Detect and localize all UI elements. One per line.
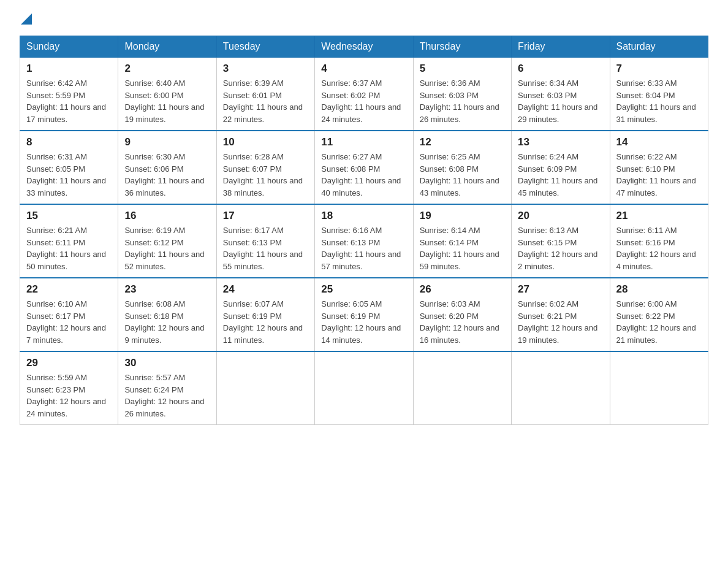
day-info: Sunrise: 6:11 AM Sunset: 6:16 PM Dayligh… <box>616 224 702 272</box>
day-info: Sunrise: 6:13 AM Sunset: 6:15 PM Dayligh… <box>518 224 603 272</box>
day-number: 28 <box>616 283 702 296</box>
day-info: Sunrise: 6:08 AM Sunset: 6:18 PM Dayligh… <box>124 298 210 346</box>
day-info: Sunrise: 6:25 AM Sunset: 6:08 PM Dayligh… <box>420 151 505 199</box>
day-number: 12 <box>420 136 505 148</box>
day-info: Sunrise: 6:05 AM Sunset: 6:19 PM Dayligh… <box>321 298 406 346</box>
logo-triangle-icon <box>21 13 32 25</box>
day-info: Sunrise: 6:07 AM Sunset: 6:19 PM Dayligh… <box>223 298 308 346</box>
day-info: Sunrise: 6:02 AM Sunset: 6:21 PM Dayligh… <box>518 298 603 346</box>
day-cell: 16 Sunrise: 6:19 AM Sunset: 6:12 PM Dayl… <box>118 204 216 278</box>
day-info: Sunrise: 6:27 AM Sunset: 6:08 PM Dayligh… <box>321 151 406 199</box>
week-row-3: 15 Sunrise: 6:21 AM Sunset: 6:11 PM Dayl… <box>20 204 708 278</box>
day-number: 30 <box>124 357 210 369</box>
day-number: 14 <box>616 136 702 148</box>
week-row-5: 29 Sunrise: 5:59 AM Sunset: 6:23 PM Dayl… <box>20 351 708 425</box>
day-cell: 9 Sunrise: 6:30 AM Sunset: 6:06 PM Dayli… <box>118 131 216 204</box>
week-row-4: 22 Sunrise: 6:10 AM Sunset: 6:17 PM Dayl… <box>20 278 708 351</box>
day-number: 1 <box>26 63 112 75</box>
svg-marker-0 <box>21 13 32 25</box>
day-info: Sunrise: 6:30 AM Sunset: 6:06 PM Dayligh… <box>124 151 210 199</box>
header-monday: Monday <box>118 36 216 58</box>
day-info: Sunrise: 6:00 AM Sunset: 6:22 PM Dayligh… <box>616 298 702 346</box>
day-cell: 1 Sunrise: 6:42 AM Sunset: 5:59 PM Dayli… <box>20 58 118 131</box>
header-wednesday: Wednesday <box>315 36 413 58</box>
calendar-table: SundayMondayTuesdayWednesdayThursdayFrid… <box>20 36 708 425</box>
day-cell <box>512 351 610 425</box>
day-info: Sunrise: 6:34 AM Sunset: 6:03 PM Dayligh… <box>518 77 603 125</box>
day-info: Sunrise: 6:40 AM Sunset: 6:00 PM Dayligh… <box>124 77 210 125</box>
day-cell: 21 Sunrise: 6:11 AM Sunset: 6:16 PM Dayl… <box>610 204 708 278</box>
day-cell: 23 Sunrise: 6:08 AM Sunset: 6:18 PM Dayl… <box>118 278 216 351</box>
day-number: 6 <box>518 63 603 75</box>
day-cell: 11 Sunrise: 6:27 AM Sunset: 6:08 PM Dayl… <box>315 131 413 204</box>
day-number: 18 <box>321 210 406 222</box>
day-cell: 24 Sunrise: 6:07 AM Sunset: 6:19 PM Dayl… <box>216 278 314 351</box>
day-number: 15 <box>26 210 112 222</box>
day-info: Sunrise: 6:28 AM Sunset: 6:07 PM Dayligh… <box>223 151 308 199</box>
week-row-1: 1 Sunrise: 6:42 AM Sunset: 5:59 PM Dayli… <box>20 58 708 131</box>
day-info: Sunrise: 6:21 AM Sunset: 6:11 PM Dayligh… <box>26 224 112 272</box>
day-info: Sunrise: 6:36 AM Sunset: 6:03 PM Dayligh… <box>420 77 505 125</box>
day-number: 3 <box>223 63 308 75</box>
day-number: 8 <box>26 136 112 148</box>
day-info: Sunrise: 6:39 AM Sunset: 6:01 PM Dayligh… <box>223 77 308 125</box>
day-info: Sunrise: 6:33 AM Sunset: 6:04 PM Dayligh… <box>616 77 702 125</box>
day-cell: 19 Sunrise: 6:14 AM Sunset: 6:14 PM Dayl… <box>413 204 511 278</box>
day-number: 20 <box>518 210 603 222</box>
header-sunday: Sunday <box>20 36 118 58</box>
day-cell: 27 Sunrise: 6:02 AM Sunset: 6:21 PM Dayl… <box>512 278 610 351</box>
day-info: Sunrise: 6:10 AM Sunset: 6:17 PM Dayligh… <box>26 298 112 346</box>
day-cell: 12 Sunrise: 6:25 AM Sunset: 6:08 PM Dayl… <box>413 131 511 204</box>
day-number: 27 <box>518 283 603 296</box>
day-cell: 30 Sunrise: 5:57 AM Sunset: 6:24 PM Dayl… <box>118 351 216 425</box>
header-row: SundayMondayTuesdayWednesdayThursdayFrid… <box>20 36 708 58</box>
day-cell: 4 Sunrise: 6:37 AM Sunset: 6:02 PM Dayli… <box>315 58 413 131</box>
day-info: Sunrise: 6:24 AM Sunset: 6:09 PM Dayligh… <box>518 151 603 199</box>
day-number: 17 <box>223 210 308 222</box>
day-number: 16 <box>124 210 210 222</box>
header-tuesday: Tuesday <box>216 36 314 58</box>
day-number: 29 <box>26 357 112 369</box>
day-cell: 29 Sunrise: 5:59 AM Sunset: 6:23 PM Dayl… <box>20 351 118 425</box>
day-info: Sunrise: 6:16 AM Sunset: 6:13 PM Dayligh… <box>321 224 406 272</box>
day-cell: 6 Sunrise: 6:34 AM Sunset: 6:03 PM Dayli… <box>512 58 610 131</box>
day-number: 13 <box>518 136 603 148</box>
day-number: 9 <box>124 136 210 148</box>
day-info: Sunrise: 6:03 AM Sunset: 6:20 PM Dayligh… <box>420 298 505 346</box>
day-number: 19 <box>420 210 505 222</box>
header-thursday: Thursday <box>413 36 511 58</box>
day-number: 5 <box>420 63 505 75</box>
logo <box>20 15 32 25</box>
day-number: 24 <box>223 283 308 296</box>
day-cell: 8 Sunrise: 6:31 AM Sunset: 6:05 PM Dayli… <box>20 131 118 204</box>
header-saturday: Saturday <box>610 36 708 58</box>
day-info: Sunrise: 6:42 AM Sunset: 5:59 PM Dayligh… <box>26 77 112 125</box>
day-info: Sunrise: 6:14 AM Sunset: 6:14 PM Dayligh… <box>420 224 505 272</box>
day-cell: 18 Sunrise: 6:16 AM Sunset: 6:13 PM Dayl… <box>315 204 413 278</box>
day-cell: 25 Sunrise: 6:05 AM Sunset: 6:19 PM Dayl… <box>315 278 413 351</box>
day-cell: 17 Sunrise: 6:17 AM Sunset: 6:13 PM Dayl… <box>216 204 314 278</box>
day-cell: 3 Sunrise: 6:39 AM Sunset: 6:01 PM Dayli… <box>216 58 314 131</box>
day-number: 11 <box>321 136 406 148</box>
day-cell: 22 Sunrise: 6:10 AM Sunset: 6:17 PM Dayl… <box>20 278 118 351</box>
day-cell: 20 Sunrise: 6:13 AM Sunset: 6:15 PM Dayl… <box>512 204 610 278</box>
day-cell: 10 Sunrise: 6:28 AM Sunset: 6:07 PM Dayl… <box>216 131 314 204</box>
day-cell: 28 Sunrise: 6:00 AM Sunset: 6:22 PM Dayl… <box>610 278 708 351</box>
day-cell: 13 Sunrise: 6:24 AM Sunset: 6:09 PM Dayl… <box>512 131 610 204</box>
day-info: Sunrise: 6:37 AM Sunset: 6:02 PM Dayligh… <box>321 77 406 125</box>
day-number: 23 <box>124 283 210 296</box>
day-cell: 5 Sunrise: 6:36 AM Sunset: 6:03 PM Dayli… <box>413 58 511 131</box>
day-cell: 14 Sunrise: 6:22 AM Sunset: 6:10 PM Dayl… <box>610 131 708 204</box>
header-friday: Friday <box>512 36 610 58</box>
day-info: Sunrise: 5:57 AM Sunset: 6:24 PM Dayligh… <box>124 372 210 419</box>
day-cell <box>315 351 413 425</box>
day-number: 7 <box>616 63 702 75</box>
day-number: 10 <box>223 136 308 148</box>
day-cell: 26 Sunrise: 6:03 AM Sunset: 6:20 PM Dayl… <box>413 278 511 351</box>
day-number: 2 <box>124 63 210 75</box>
day-cell: 15 Sunrise: 6:21 AM Sunset: 6:11 PM Dayl… <box>20 204 118 278</box>
day-cell <box>610 351 708 425</box>
day-number: 25 <box>321 283 406 296</box>
day-number: 21 <box>616 210 702 222</box>
page-header <box>20 15 708 25</box>
